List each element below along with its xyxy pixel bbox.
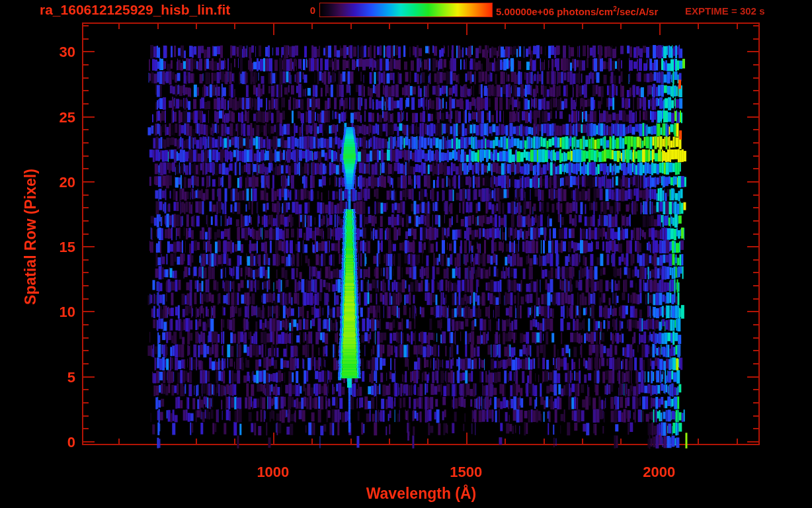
plot-title: ra_160612125929_hisb_lin.fit [40,2,230,18]
y-tick-label: 0 [0,434,75,451]
x-axis-title: Wavelength (Å) [366,485,477,503]
x-tick-label: 2000 [643,464,675,481]
exptime-label: EXPTIME = 302 s [685,5,764,17]
x-tick-label: 1500 [450,464,482,481]
colorbar-max-prefix: 5.00000e+06 photons/cm [496,6,613,17]
y-tick-label: 25 [0,108,75,126]
y-tick-label: 5 [0,369,75,386]
colorbar-max-suffix: /sec/A/sr [617,6,659,17]
colorbar [319,3,493,17]
y-tick-label: 30 [0,44,75,61]
spectrogram-window: ra_160612125929_hisb_lin.fit 0 5.00000e+… [0,0,812,508]
y-axis-title: Spatial Row (Pixel) [22,169,40,305]
spectrogram-canvas [0,0,812,508]
colorbar-max-label: 5.00000e+06 photons/cm2/sec/A/sr [496,5,658,17]
y-tick-label: 10 [0,304,75,321]
colorbar-min-label: 0 [292,5,315,16]
x-tick-label: 1000 [257,464,289,481]
